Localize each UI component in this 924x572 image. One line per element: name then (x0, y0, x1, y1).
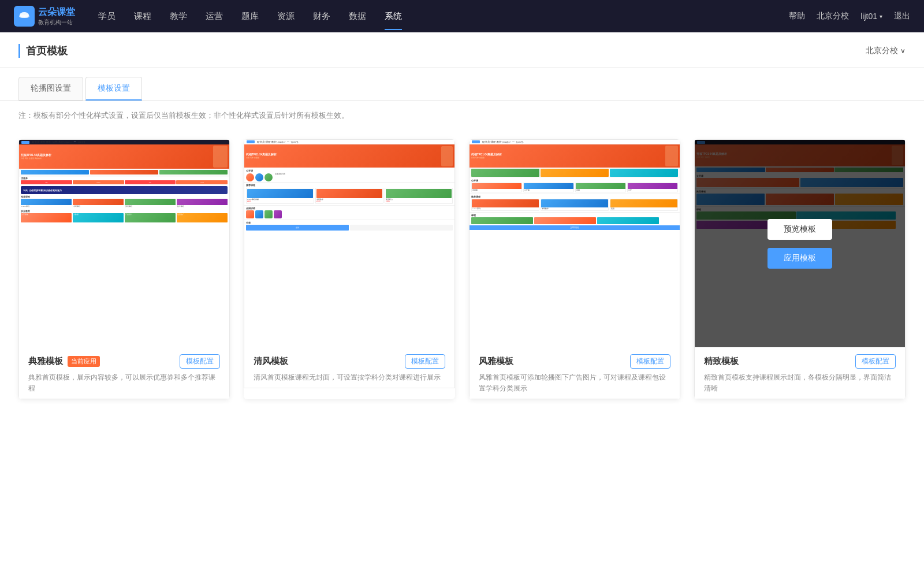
template-card-3: ${['学员','课程','教学'].map(t=>`${t}`).join('… (469, 139, 680, 399)
nav-menu-item-财务[interactable]: 财务 (313, 9, 330, 24)
apply-btn-4[interactable]: 应用模板 (767, 248, 832, 269)
card-footer-4: 精致模板 模板配置 精致首页模板支持课程展示封面，各模板分隔明显，界面简洁清晰 (694, 347, 906, 399)
nav-menu-item-运营[interactable]: 运营 (206, 9, 223, 24)
page-header: 首页模板 北京分校 ∨ (0, 32, 924, 68)
card-footer-2: 清风模板 模板配置 清风首页模板课程无封面，可设置按学科分类对课程进行展示 (244, 347, 455, 388)
card-preview-2[interactable]: ${['学员','课程','教学'].map(t=>`${t}`).join('… (244, 139, 455, 347)
logo-text: 云朵课堂 教育机构一站 (38, 6, 75, 26)
template-card-4: 托福TPO1-54真题及解析 口语 写作 全题型 公开课 (694, 139, 906, 399)
nav-menu-item-资源[interactable]: 资源 (277, 9, 295, 24)
nav-menu-item-题库[interactable]: 题库 (241, 9, 259, 24)
config-btn-1[interactable]: 模板配置 (180, 354, 220, 369)
config-btn-2[interactable]: 模板配置 (405, 354, 445, 369)
tab-template[interactable]: 模板设置 (85, 77, 142, 101)
card-preview-1[interactable]: ${['学员','课程','教学','运营','系统'].map(t=>`${t… (18, 139, 230, 347)
template-card-2: ${['学员','课程','教学'].map(t=>`${t}`).join('… (244, 139, 455, 399)
logo[interactable]: 云朵课堂 教育机构一站 (14, 6, 75, 27)
preview-btn-4[interactable]: 预览模板 (767, 219, 832, 240)
tab-carousel[interactable]: 轮播图设置 (18, 77, 83, 101)
template-card-1: ${['学员','课程','教学','运营','系统'].map(t=>`${t… (18, 139, 230, 399)
page-title: 首页模板 (18, 44, 68, 58)
nav-menu-item-课程[interactable]: 课程 (134, 9, 151, 24)
template-grid: ${['学员','课程','教学','运营','系统'].map(t=>`${t… (0, 130, 924, 422)
card-preview-3[interactable]: ${['学员','课程','教学'].map(t=>`${t}`).join('… (469, 139, 680, 347)
logo-icon (14, 6, 35, 27)
config-btn-4[interactable]: 模板配置 (855, 354, 896, 369)
branch-link[interactable]: 北京分校 (817, 11, 849, 21)
branch-arrow-icon: ∨ (900, 47, 906, 55)
card-name-2: 清风模板 (254, 356, 288, 367)
branch-selector[interactable]: 北京分校 ∨ (866, 46, 906, 56)
note-text: 注：模板有部分个性化样式设置，设置后仅当前模板生效；非个性化样式设置后针对所有模… (0, 101, 924, 130)
card-preview-4[interactable]: 托福TPO1-54真题及解析 口语 写作 全题型 公开课 (694, 139, 906, 347)
help-link[interactable]: 帮助 (789, 11, 805, 21)
nav-menu-item-数据[interactable]: 数据 (349, 9, 366, 24)
card-desc-2: 清风首页模板课程无封面，可设置按学科分类对课程进行展示 (254, 372, 445, 383)
tab-bar: 轮播图设置 模板设置 (0, 68, 924, 101)
card-name-1: 典雅模板 (28, 356, 63, 367)
navbar: 云朵课堂 教育机构一站 学员课程教学运营题库资源财务数据系统 帮助 北京分校 l… (0, 0, 924, 32)
svg-point-2 (24, 14, 29, 18)
card-desc-3: 风雅首页模板可添加轮播图下广告图片，可对课程及课程包设置学科分类展示 (479, 372, 670, 394)
nav-right: 帮助 北京分校 lijt01 ▾ 退出 (789, 11, 910, 21)
user-menu[interactable]: lijt01 ▾ (860, 12, 882, 21)
logout-link[interactable]: 退出 (894, 11, 910, 21)
main-page: 首页模板 北京分校 ∨ 轮播图设置 模板设置 注：模板有部分个性化样式设置，设置… (0, 32, 924, 572)
card-desc-4: 精致首页模板支持课程展示封面，各模板分隔明显，界面简洁清晰 (704, 372, 896, 394)
nav-menu-item-教学[interactable]: 教学 (170, 9, 187, 24)
config-btn-3[interactable]: 模板配置 (630, 354, 670, 369)
card-desc-1: 典雅首页模板，展示内容较多，可以展示优惠券和多个推荐课程 (28, 372, 220, 394)
current-badge-1: 当前应用 (68, 356, 100, 367)
card-footer-1: 典雅模板 当前应用 模板配置 典雅首页模板，展示内容较多，可以展示优惠券和多个推… (18, 347, 230, 399)
card-name-3: 风雅模板 (479, 356, 513, 367)
card-footer-3: 风雅模板 模板配置 风雅首页模板可添加轮播图下广告图片，可对课程及课程包设置学科… (469, 347, 680, 399)
nav-menu-item-系统[interactable]: 系统 (385, 9, 402, 24)
nav-menu: 学员课程教学运营题库资源财务数据系统 (98, 9, 789, 24)
nav-menu-item-学员[interactable]: 学员 (98, 9, 116, 24)
card-name-4: 精致模板 (704, 356, 739, 367)
